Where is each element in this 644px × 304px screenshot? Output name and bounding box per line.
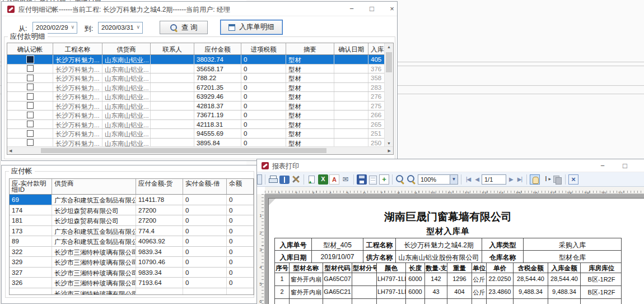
column-header[interactable]: 确认记帐 [7,43,53,54]
horizontal-scrollbar[interactable]: ◀ ▶ [7,146,393,154]
column-header[interactable]: 重量 [447,263,472,273]
table-row[interactable]: 长沙万科魅力...山东南山铝业...94555.690型材251 [7,129,385,139]
table-row[interactable]: 长沙万科魅力...山东南山铝业...42818.370型材275 [7,102,385,111]
zoom-level-combobox[interactable]: 100% ▼ [418,174,458,185]
table-row[interactable]: 1窗外开内扇GA65C07LH797-1LL60001421296公斤22.02… [275,273,621,286]
tools-icon[interactable] [291,174,301,185]
page-number-input[interactable]: 1/1 [482,174,506,185]
query-button[interactable]: 查 询 [160,21,208,34]
table-row[interactable]: 69广东合和建筑五金制品有限公司11411.7800 [10,195,254,205]
table-row[interactable]: 长沙万科魅力...山东南山铝业...42118.310型材265 [7,120,385,130]
minimize-button[interactable]: − [593,159,612,172]
column-header[interactable]: 入库金额 [548,263,581,273]
table-row[interactable]: 322长沙市三湘特种玻璃有限公司9839.3400 [10,247,254,257]
column-header[interactable]: 应付金额-货 [136,179,183,194]
scrollbar-thumb[interactable] [386,52,392,72]
close-button[interactable]: × [638,159,644,172]
table-row[interactable]: 327长沙市三湘特种玻璃有限公司9839.3400 [10,268,254,278]
save-icon[interactable] [357,174,367,185]
table-row[interactable]: 181长沙坦森贸易有限公司2720000 [10,215,254,226]
confirm-checkbox[interactable] [27,102,34,109]
table-row[interactable]: 326长沙市三湘特种玻璃有限公司7193.6400 [10,278,254,288]
confirm-checkbox[interactable] [27,75,34,81]
scrollbar-thumb[interactable] [41,148,326,153]
copy-icon[interactable] [552,174,562,185]
confirm-checkbox[interactable] [27,121,34,127]
title-bar[interactable]: 应付明细记帐------当前工程: 长沙万科魅力之城4.2期------当前用户… [2,2,397,16]
table-row[interactable]: 173广东合和建筑五金制品有限公司774.400 [10,226,254,237]
page-nav-button[interactable]: |◀ [464,176,472,182]
insert-icon[interactable] [379,174,389,185]
column-header[interactable]: 应-实付款明细ID [10,179,52,194]
page-nav-button[interactable]: ▶| [516,176,524,182]
vertical-scrollbar[interactable]: ▲ ▼ [384,43,393,147]
pdf-icon[interactable] [329,174,339,185]
table-row[interactable]: 长沙万科魅力...山东南山铝业...788.220型材358 [7,73,385,83]
chevron-down-icon[interactable]: ▼ [450,175,458,184]
chevron-down-icon[interactable]: ∨ [136,24,140,30]
confirm-checkbox[interactable] [27,84,34,90]
column-header[interactable]: 工程名称 [53,43,102,54]
table-row[interactable]: 长沙万科魅力...山东南山铝业...63929.460型材276 [7,92,385,102]
book-icon[interactable] [279,176,290,184]
page-nav-button[interactable]: ◀ [473,176,480,182]
column-header[interactable]: 联系人 [151,43,194,54]
export-icon[interactable] [307,174,317,185]
column-header[interactable]: 序号 [275,263,290,273]
column-header[interactable]: 数量-支 [425,263,447,273]
table-row[interactable]: 89广东合和建筑五金制品有限公司40963.9200 [10,236,254,247]
title-bar[interactable]: 报表打印 − □ × [257,159,644,172]
close-button[interactable]: × [382,2,402,16]
confirm-checkbox[interactable] [27,130,34,137]
column-header[interactable]: 实付金额-借 [183,179,227,194]
column-header[interactable]: 型材分号 [352,263,377,273]
page-icon[interactable] [369,176,377,185]
column-header[interactable]: 含税金额 [514,263,548,273]
zoom-in-icon[interactable] [395,174,405,185]
printer-icon[interactable] [268,174,278,185]
column-header[interactable]: 余额 [227,179,254,194]
print-preview-area[interactable]: 湖南巨晟门窗幕墙有限公司 型材入库单 入库单号型材_405工程名称长沙万科魅力之… [265,194,644,304]
page-nav-button[interactable]: ▶ [507,176,515,182]
table-row[interactable]: 174长沙坦森贸易有限公司2720000 [10,205,254,216]
confirm-checkbox[interactable] [27,65,34,72]
chevron-down-icon[interactable]: ∨ [71,24,74,30]
table-row[interactable]: 长沙市三湘特种玻璃有限公司 [10,288,254,296]
table-row[interactable]: 长沙万科魅力...山东南山铝业...35658.170型材376 [7,65,385,74]
table-row[interactable]: 329长沙市三湘特种玻璃有限公司10790.4600 [10,257,254,268]
column-header[interactable]: 进项税额 [241,43,286,54]
mail-icon[interactable] [340,174,351,185]
panel-icon[interactable] [257,174,262,185]
confirm-checkbox[interactable] [27,56,34,63]
column-header[interactable]: 入库 [368,43,385,54]
column-header[interactable]: 单位 [472,263,487,273]
scroll-right-arrow[interactable]: ▶ [388,149,391,153]
scroll-up-arrow[interactable]: ▲ [385,45,393,49]
ibeam-icon[interactable] [541,174,551,185]
hand-icon[interactable] [530,174,540,185]
scroll-down-arrow[interactable]: ▼ [385,141,393,145]
table-row[interactable]: 入库日期2019/10/07供方名称山东南山铝业股份有限公司仓库名称型材仓库 [275,251,621,263]
column-header[interactable]: 单价 [487,263,514,273]
maximize-button[interactable]: □ [615,159,634,172]
column-header[interactable]: 长度 [406,263,425,273]
inbound-detail-button[interactable]: 入库单明细 [220,20,283,35]
column-header[interactable]: 供货商 [102,43,151,54]
maximize-button[interactable]: □ [362,2,381,16]
zoom-out-icon[interactable] [407,174,417,185]
table-row[interactable]: 长沙万科魅力...山东南山铝业...73671.190型材266 [7,110,385,120]
minimize-button[interactable]: − [342,2,361,16]
column-header[interactable]: 应付金额 [194,43,241,54]
excel-icon[interactable] [318,174,328,185]
table-row[interactable]: 长沙万科魅力...山东南山铝业...38032.740型材405 [7,55,385,65]
column-header[interactable]: 颜色 [377,263,406,273]
to-date-combobox[interactable]: 2020/03/31 ∨ [98,22,143,34]
column-header[interactable]: 供货商 [52,179,136,194]
column-header[interactable]: 库房库位 [581,263,622,273]
table-row[interactable]: 入库单号型材_405工程名称长沙万科魅力之城4.2期入库类型采购入库 [275,238,621,251]
closebox-icon[interactable] [568,174,578,185]
column-header[interactable]: 型材代码 [323,263,352,273]
column-header[interactable]: 确认日期 [334,43,368,54]
column-header[interactable]: 型材名称 [290,263,323,273]
confirm-checkbox[interactable] [27,93,34,100]
